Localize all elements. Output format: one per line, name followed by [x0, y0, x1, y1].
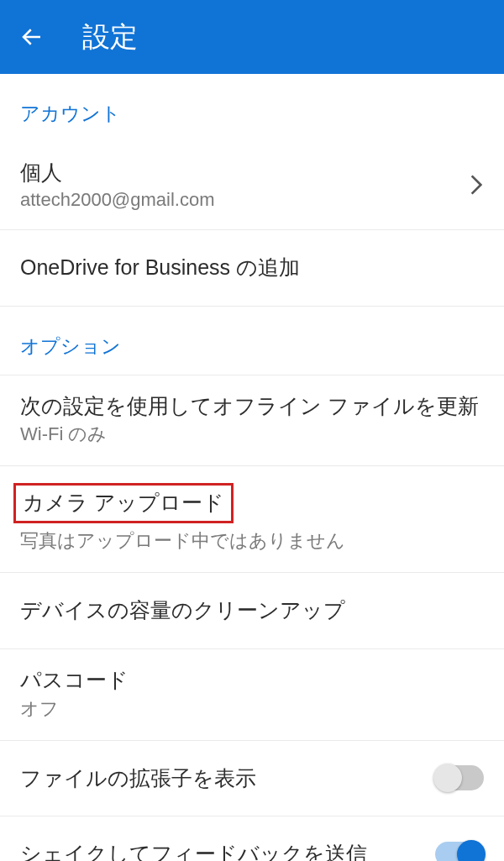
- offline-value: Wi-Fi のみ: [20, 422, 484, 447]
- row-offline-files[interactable]: 次の設定を使用してオフライン ファイルを更新 Wi-Fi のみ: [0, 375, 504, 467]
- row-shake-feedback[interactable]: シェイクしてフィードバックを送信: [0, 816, 504, 861]
- row-add-business[interactable]: OneDrive for Business の追加: [0, 230, 504, 307]
- cleanup-title: デバイスの容量のクリーンアップ: [20, 596, 345, 625]
- row-show-extensions[interactable]: ファイルの拡張子を表示: [0, 741, 504, 817]
- row-personal-account[interactable]: 個人 attech2000@gmail.com: [0, 142, 504, 230]
- section-header-options: オプション: [0, 307, 504, 375]
- shake-title: シェイクしてフィードバックを送信: [20, 840, 367, 861]
- extensions-toggle[interactable]: [435, 765, 484, 790]
- camera-upload-status: 写真はアップロード中ではありません: [20, 528, 484, 554]
- offline-title: 次の設定を使用してオフライン ファイルを更新: [20, 392, 484, 421]
- highlight-annotation: カメラ アップロード: [13, 483, 234, 523]
- personal-account-email: attech2000@gmail.com: [20, 189, 460, 211]
- row-camera-upload[interactable]: カメラ アップロード 写真はアップロード中ではありません: [0, 466, 504, 573]
- personal-account-title: 個人: [20, 159, 460, 187]
- arrow-left-icon: [19, 24, 45, 50]
- page-title: 設定: [82, 18, 138, 56]
- passcode-title: パスコード: [20, 666, 484, 695]
- back-button[interactable]: [17, 22, 47, 52]
- row-passcode[interactable]: パスコード オフ: [0, 649, 504, 741]
- row-cleanup[interactable]: デバイスの容量のクリーンアップ: [0, 573, 504, 649]
- app-header: 設定: [0, 0, 504, 74]
- toggle-knob: [457, 840, 486, 861]
- chevron-right-icon: [469, 173, 484, 197]
- shake-toggle[interactable]: [435, 842, 484, 861]
- extensions-title: ファイルの拡張子を表示: [20, 764, 256, 793]
- passcode-value: オフ: [20, 696, 484, 722]
- section-header-account: アカウント: [0, 74, 504, 142]
- add-business-title: OneDrive for Business の追加: [20, 254, 300, 282]
- camera-upload-title: カメラ アップロード: [23, 491, 224, 514]
- toggle-knob: [433, 764, 462, 792]
